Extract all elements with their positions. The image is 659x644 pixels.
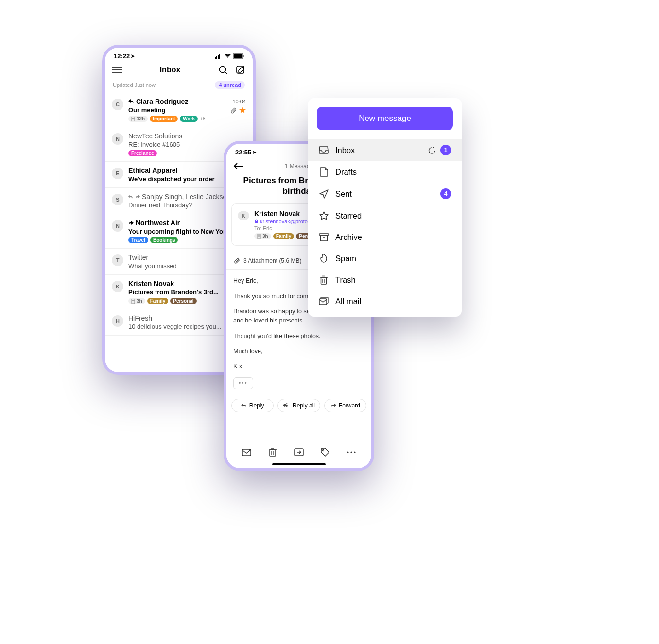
menu-icon[interactable] — [112, 65, 122, 75]
sender-name: Clara Rodriguez — [128, 98, 188, 105]
refresh-icon[interactable] — [428, 146, 435, 154]
snooze-tag: 12h — [128, 116, 148, 122]
sidebar-item-label: Drafts — [335, 168, 357, 177]
avatar: T — [112, 254, 123, 266]
sender-name: Twitter — [128, 254, 148, 261]
sender-name: NewTec Solutions — [128, 132, 182, 140]
svg-point-40 — [354, 451, 355, 453]
spam-icon — [319, 254, 329, 263]
forward-button[interactable]: Forward — [324, 399, 366, 412]
sender-name: Kristen Novak — [128, 280, 174, 288]
move-icon[interactable] — [294, 447, 304, 458]
status-time: 12:22 — [114, 52, 130, 60]
forward-icon — [135, 195, 140, 199]
time: 10:04 — [232, 99, 246, 104]
sidebar-item-allmail[interactable]: All mail — [308, 290, 462, 312]
sidebar-item-label: Archive — [335, 233, 362, 242]
label-icon[interactable] — [320, 447, 330, 458]
sidebar-item-starred[interactable]: Starred — [308, 205, 462, 226]
forward-icon — [128, 221, 134, 225]
attachment-icon — [230, 107, 237, 114]
inbox-icon — [319, 145, 329, 155]
show-more-icon[interactable]: ••• — [233, 377, 253, 390]
svg-rect-42 — [320, 236, 327, 241]
allmail-icon — [319, 296, 329, 306]
sidebar-item-label: Spam — [335, 254, 356, 263]
lock-icon — [254, 219, 259, 224]
list-item[interactable]: C Clara Rodriguez 10:04 Our meeting — [105, 93, 253, 127]
star-icon[interactable] — [239, 107, 246, 114]
reply-icon — [128, 195, 133, 199]
reply-all-button[interactable]: Reply all — [277, 399, 320, 412]
svg-point-29 — [249, 449, 251, 451]
home-indicator[interactable] — [272, 463, 326, 465]
tag-bookings: Bookings — [150, 237, 178, 243]
back-icon[interactable] — [233, 161, 244, 171]
more-icon[interactable] — [346, 447, 357, 458]
avatar: N — [112, 133, 123, 145]
sidebar-item-spam[interactable]: Spam — [308, 248, 462, 269]
sidebar-panel: New message Inbox 1 Drafts Sent — [308, 98, 462, 317]
search-icon[interactable] — [218, 65, 228, 75]
sidebar-item-trash[interactable]: Trash — [308, 269, 462, 290]
svg-point-38 — [347, 451, 348, 453]
unread-icon[interactable] — [241, 447, 252, 458]
svg-rect-0 — [215, 57, 216, 59]
tag-important: Important — [150, 116, 178, 122]
status-icons — [215, 53, 244, 59]
snooze-tag: 3h — [128, 298, 145, 304]
sender-name: Ethical Apparel — [128, 167, 177, 174]
updated-label: Updated Just now — [113, 82, 156, 88]
location-icon: ➤ — [131, 53, 135, 59]
svg-point-10 — [219, 66, 225, 72]
location-icon: ➤ — [252, 150, 256, 155]
avatar: E — [112, 168, 123, 179]
sidebar-item-label: All mail — [335, 297, 361, 306]
svg-rect-26 — [258, 234, 260, 236]
svg-line-11 — [225, 72, 227, 74]
trash-icon — [319, 275, 329, 285]
svg-rect-2 — [218, 55, 219, 59]
avatar: K — [112, 281, 123, 292]
avatar: N — [112, 220, 123, 232]
unread-count[interactable]: 4 unread — [215, 81, 245, 89]
sender-name: HiFresh — [128, 314, 152, 322]
svg-rect-16 — [132, 301, 135, 304]
trash-icon[interactable] — [267, 447, 278, 458]
tag-freelance: Freelance — [128, 150, 157, 156]
svg-point-37 — [323, 450, 324, 451]
sidebar-item-archive[interactable]: Archive — [308, 226, 462, 248]
svg-rect-6 — [243, 55, 244, 57]
sidebar-item-label: Sent — [335, 189, 352, 199]
star-icon — [319, 211, 329, 220]
svg-rect-5 — [234, 54, 242, 58]
sidebar-item-label: Starred — [335, 211, 362, 220]
svg-rect-30 — [270, 450, 276, 456]
reply-button[interactable]: Reply — [231, 399, 274, 412]
tag-travel: Travel — [128, 237, 148, 243]
svg-rect-13 — [132, 117, 135, 118]
tag-family: Family — [147, 298, 169, 304]
attachment-icon — [233, 257, 241, 264]
svg-rect-14 — [132, 119, 135, 121]
svg-rect-1 — [216, 56, 217, 59]
extra-tags: +8 — [200, 116, 205, 121]
badge: 1 — [440, 145, 451, 155]
sidebar-item-sent[interactable]: Sent 4 — [308, 183, 462, 205]
inbox-subheader: Updated Just now 4 unread — [105, 81, 253, 93]
svg-rect-44 — [321, 277, 327, 284]
inbox-header: Inbox — [105, 62, 253, 81]
tag-family: Family — [273, 233, 295, 239]
svg-rect-15 — [132, 299, 135, 300]
avatar: K — [238, 211, 249, 220]
sidebar-item-inbox[interactable]: Inbox 1 — [308, 139, 462, 161]
status-time: 22:55 — [235, 149, 251, 156]
sender-name: Sanjay Singh, Leslie Jackson — [128, 193, 230, 201]
new-message-button[interactable]: New message — [317, 107, 453, 130]
sender-name: Northwest Air — [128, 219, 180, 227]
avatar: H — [112, 315, 123, 327]
compose-icon[interactable] — [235, 65, 246, 75]
header-title: Inbox — [122, 66, 218, 74]
avatar: S — [112, 194, 123, 205]
sidebar-item-drafts[interactable]: Drafts — [308, 161, 462, 183]
